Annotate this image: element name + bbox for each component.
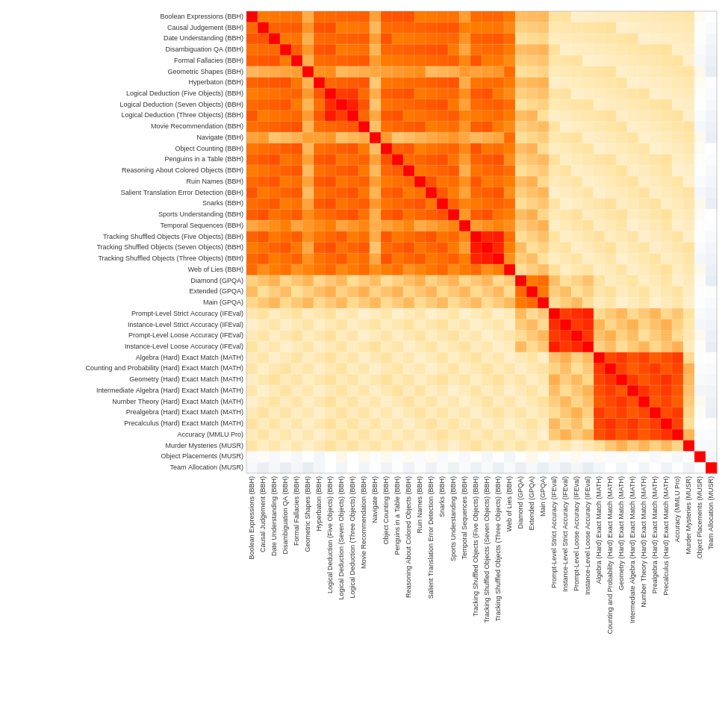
heatmap-canvas (0, 0, 728, 727)
heatmap-container (0, 0, 728, 727)
